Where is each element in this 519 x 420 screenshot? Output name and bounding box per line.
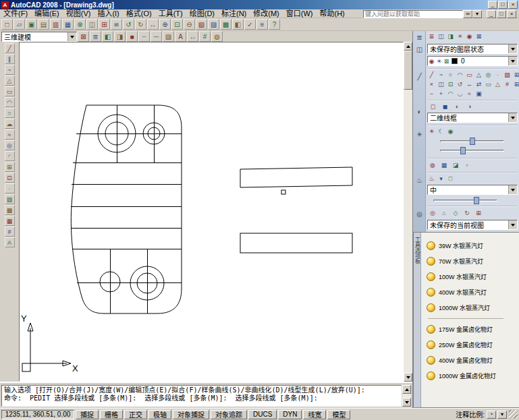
construction-line-icon[interactable]: ∥ [5,54,15,64]
menu-tools[interactable]: 工具(T) [155,9,186,18]
copy-icon[interactable]: ◫ [86,19,98,30]
combo-arrow-icon[interactable] [508,220,517,229]
polyline-icon[interactable]: ~ [5,65,15,75]
palette-item-400w-metal-halide[interactable]: 400W 金属卤化物灯 [421,353,510,368]
layer-control-icon[interactable]: ◧ [102,31,113,42]
layer-on-bulb-icon[interactable]: ◉ [428,57,435,65]
help-search-input[interactable] [363,10,463,18]
palette-item-1000w-metal-halide[interactable]: 1000W 金属卤化物灯 [421,368,510,384]
resize-grip[interactable] [509,410,518,419]
render-preset-combo[interactable]: 中 [427,185,518,195]
toggle-model[interactable]: 模型 [327,410,350,419]
toggle-osnap[interactable]: 对象捕捉 [173,410,209,419]
visual-style-icon[interactable]: ◼ [439,102,451,111]
text-style-icon[interactable]: A [175,31,186,42]
layer-unlock-icon[interactable]: ⊠ [443,57,450,65]
redo-icon[interactable]: ↻ [135,19,146,30]
scroll-down-icon[interactable] [404,373,412,382]
draw-tool-icon[interactable]: ◠ [456,70,464,79]
scroll-up-icon[interactable] [402,385,411,394]
render-tool-icon[interactable]: ♨ [427,174,436,183]
modify-tool-icon[interactable]: ⇄ [474,80,483,88]
modify-tool-icon[interactable]: ◫ [437,80,445,88]
coordinate-display[interactable]: 1235.11, 360.51, 0.00 [1,410,74,419]
title-bar[interactable]: A AutoCAD 2008 - [Drawing3.dwg] _ □ × [0,0,519,9]
workspace-combo[interactable]: 三维建模 [1,32,77,42]
view-tool-icon[interactable]: ⊞ [473,208,484,218]
search-options-icon[interactable]: ▾ [472,10,482,18]
plot-preview-icon[interactable]: ▥ [50,19,61,30]
palette-item-1000w-mercury-vapor[interactable]: 1000W 水银蒸汽灯 [421,300,510,316]
view-panel-icon[interactable]: ◎ [414,209,425,219]
toggle-ducs[interactable]: DUCS [248,410,277,419]
markup-icon[interactable]: ✓ [244,19,256,30]
pan-icon[interactable]: ↔ [147,19,159,30]
command-window[interactable]: 输入选项 [打开(O)/合并(J)/宽度(W)/编辑顶点(E)/拟合(F)/样条… [0,382,412,408]
draw-tool-icon[interactable]: + [437,89,445,98]
modify-tool-icon[interactable]: # [503,80,512,88]
open-icon[interactable]: ▱ [13,19,25,30]
paste-icon[interactable]: ⊞ [99,19,110,30]
layer-unisolate-icon[interactable]: ◨ [446,32,455,40]
designcenter-icon[interactable]: ▨ [208,19,219,30]
table-style-icon[interactable]: # [199,31,211,42]
modify-tool-icon[interactable]: ⊡ [446,80,455,88]
make-block-icon[interactable]: ⊡ [5,173,15,183]
modify-tool-icon[interactable]: △ [493,80,502,88]
toggle-grid[interactable]: 栅格 [100,410,123,419]
layer-isolate-icon[interactable]: ◫ [437,32,445,40]
ellipse-arc-icon[interactable]: ◜ [5,151,15,161]
light-tool-icon[interactable]: ☀ [427,127,436,136]
palette-item-250w-metal-halide[interactable]: 250W 金属卤化物灯 [421,337,510,353]
layer-properties-manager-icon[interactable]: ≣ [90,31,101,42]
tray-settings-icon[interactable]: ▾ [497,411,507,419]
doc-close-button[interactable]: × [507,10,516,18]
draw-tool-icon[interactable]: · [493,70,502,79]
named-view-combo[interactable]: 未保存的当前视图 [427,220,518,230]
combo-arrow-icon[interactable] [508,113,517,122]
draw-tool-icon[interactable]: ○ [446,70,455,79]
ellipse-icon[interactable]: ◎ [5,140,15,150]
menu-dimension[interactable]: 标注(N) [218,9,250,18]
minimize-button[interactable]: _ [488,1,497,9]
insert-block-icon[interactable]: ⊞ [5,162,15,172]
zoom-previous-icon[interactable]: ⊖ [184,19,195,30]
toggle-otrack[interactable]: 对象追踪 [211,410,247,419]
render-panel-icon[interactable]: ♨ [414,175,425,185]
help-icon[interactable]: ? [269,19,280,30]
plot-icon[interactable]: ▤ [38,19,49,30]
scroll-up-icon[interactable] [404,42,412,51]
save-icon[interactable]: ▣ [26,19,37,30]
menu-file[interactable]: 文件(F) [0,9,31,18]
zoom-realtime-icon[interactable]: ⊕ [159,19,171,30]
tool-palettes-icon[interactable]: ▩ [220,19,231,30]
quickcalc-icon[interactable]: ≡ [256,19,268,30]
spline-icon[interactable]: ≈ [5,129,15,140]
palette-item-400w-mercury-vapor[interactable]: 400W 水银蒸汽灯 [421,284,510,300]
draw-tool-icon[interactable]: ≈ [465,89,474,98]
circle-icon[interactable]: ○ [5,108,15,118]
drawing-area[interactable]: Y X [19,42,404,382]
scroll-thumb[interactable] [404,51,412,90]
scroll-down-icon[interactable] [402,398,411,407]
combo-arrow-icon[interactable] [508,185,517,194]
command-scrollbar[interactable] [402,385,411,407]
palette-item-100w-mercury-vapor[interactable]: 100W 水银蒸汽灯 [421,269,510,284]
drawing-vscrollbar[interactable] [404,42,412,382]
mtext-icon[interactable]: A [5,237,15,247]
revcloud-icon[interactable]: ☁ [5,119,15,129]
zoom-window-icon[interactable]: ⊡ [171,19,183,30]
draw-tool-icon[interactable]: ╱ [427,70,436,79]
dim-style-icon[interactable]: ↔ [187,31,198,42]
light-tool-icon[interactable]: ☾ [437,127,445,136]
palette-item-175w-metal-halide[interactable]: 175W 金属卤化物灯 [421,322,510,337]
toggle-dyn[interactable]: DYN [278,410,302,419]
doc-minimize-button[interactable]: _ [487,10,496,18]
material-icon[interactable]: ◪ [450,160,461,171]
palette-item-39w-mercury-vapor[interactable]: 39W 水银蒸汽灯 [421,238,510,253]
draw-panel-icon[interactable]: ╱ [414,71,425,82]
draw-tool-icon[interactable]: ◠ [446,89,455,98]
palette-item-70w-mercury-vapor[interactable]: 70W 水银蒸汽灯 [421,253,510,269]
gradient-icon[interactable]: ▩ [5,205,15,215]
light-intensity-slider[interactable] [440,138,504,145]
